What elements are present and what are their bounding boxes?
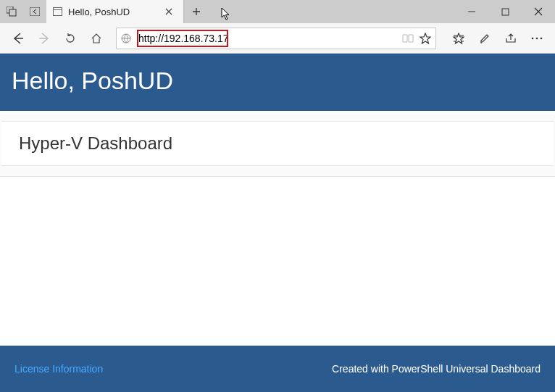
page-title: Hello, PoshUD xyxy=(12,67,543,95)
more-menu-icon[interactable] xyxy=(525,26,549,51)
page-favicon xyxy=(52,7,62,17)
web-notes-icon[interactable] xyxy=(472,26,497,51)
favorites-hub-icon[interactable] xyxy=(446,26,471,51)
svg-point-14 xyxy=(532,37,534,39)
vm-connect-icon[interactable] xyxy=(0,0,23,23)
page-footer: License Information Created with PowerSh… xyxy=(0,346,555,392)
window-minimize-button[interactable] xyxy=(455,0,488,23)
browser-titlebar: Hello, PoshUD xyxy=(0,0,555,23)
license-link[interactable]: License Information xyxy=(14,363,103,375)
address-bar[interactable] xyxy=(116,28,436,49)
svg-rect-1 xyxy=(9,9,16,16)
window-close-button[interactable] xyxy=(522,0,555,23)
svg-rect-6 xyxy=(502,9,509,15)
dashboard-card: Hyper-V Dashboard xyxy=(1,121,554,166)
browser-toolbar xyxy=(0,23,555,54)
page-header-band: Hello, PoshUD xyxy=(0,54,555,111)
svg-rect-2 xyxy=(30,7,40,16)
tab-title: Hello, PoshUD xyxy=(68,7,162,17)
url-input[interactable] xyxy=(135,31,402,46)
svg-rect-3 xyxy=(53,8,62,16)
reading-view-icon[interactable] xyxy=(402,33,414,43)
share-icon[interactable] xyxy=(498,26,523,51)
favorite-star-icon[interactable] xyxy=(420,33,431,44)
set-aside-tabs-icon[interactable] xyxy=(23,0,46,23)
svg-point-16 xyxy=(541,37,543,39)
svg-point-15 xyxy=(536,37,538,39)
new-tab-button[interactable] xyxy=(184,0,209,23)
home-button[interactable] xyxy=(84,26,109,51)
content-area: Hyper-V Dashboard xyxy=(0,111,555,177)
refresh-button[interactable] xyxy=(58,26,83,51)
back-button[interactable] xyxy=(6,26,30,51)
card-heading: Hyper-V Dashboard xyxy=(19,133,536,154)
footer-credit: Created with PowerShell Universal Dashbo… xyxy=(332,363,541,375)
tab-close-button[interactable] xyxy=(162,4,176,19)
window-maximize-button[interactable] xyxy=(488,0,522,23)
forward-button[interactable] xyxy=(32,26,57,51)
site-info-icon[interactable] xyxy=(117,33,135,43)
browser-tab-active[interactable]: Hello, PoshUD xyxy=(46,0,184,23)
